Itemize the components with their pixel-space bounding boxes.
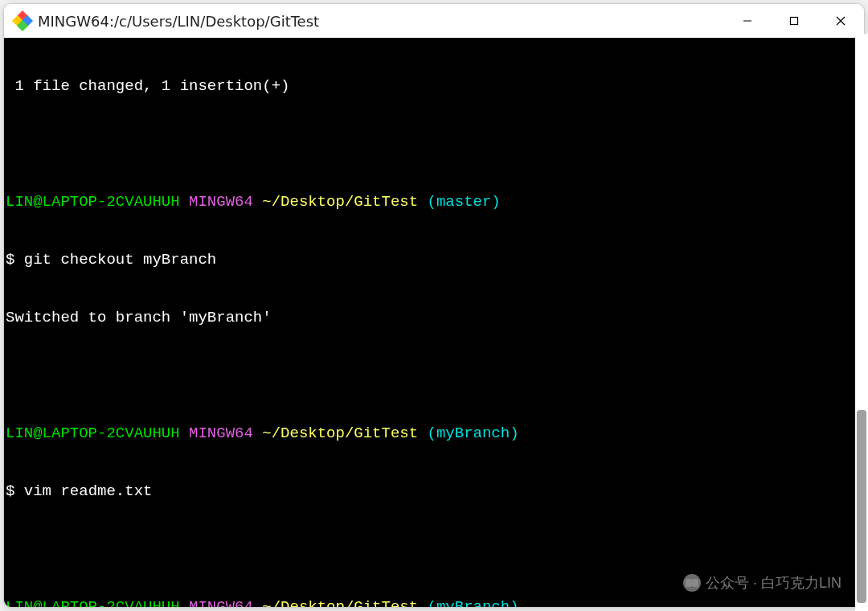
- prompt-user: LIN@LAPTOP-2CVAUHUH: [6, 598, 180, 607]
- prompt-path: ~/Desktop/GitTest: [262, 424, 418, 442]
- output-text: Switched to branch 'myBranch': [6, 309, 272, 326]
- watermark-text: 公众号 · 白巧克力LIN: [706, 573, 841, 593]
- prompt-shell: MINGW64: [189, 424, 253, 442]
- watermark: 公众号 · 白巧克力LIN: [683, 573, 841, 593]
- scrollbar-thumb[interactable]: [857, 410, 865, 603]
- window-title: MINGW64:/c/Users/LIN/Desktop/GitTest: [38, 13, 724, 30]
- scrollbar-track[interactable]: [855, 34, 865, 608]
- command-text: vim readme.txt: [24, 482, 153, 500]
- prompt-branch: (myBranch): [428, 424, 519, 442]
- terminal-window: MINGW64:/c/Users/LIN/Desktop/GitTest 1 f…: [3, 3, 865, 608]
- prompt-branch: (master): [428, 193, 501, 211]
- prompt-dollar: $: [6, 482, 14, 500]
- prompt-shell: MINGW64: [189, 598, 253, 607]
- prompt-dollar: $: [6, 251, 14, 269]
- prompt-path: ~/Desktop/GitTest: [262, 598, 418, 607]
- command-text: git checkout myBranch: [24, 251, 216, 269]
- prompt-shell: MINGW64: [189, 193, 253, 211]
- output-text: 1 file changed, 1 insertion(+): [6, 77, 289, 95]
- wechat-icon: [683, 574, 701, 592]
- minimize-button[interactable]: [724, 4, 771, 38]
- prompt-branch: (myBranch): [428, 598, 519, 607]
- prompt-user: LIN@LAPTOP-2CVAUHUH: [6, 193, 180, 211]
- svg-rect-1: [791, 18, 798, 25]
- prompt-user: LIN@LAPTOP-2CVAUHUH: [6, 424, 180, 442]
- terminal-content[interactable]: 1 file changed, 1 insertion(+) LIN@LAPTO…: [4, 38, 864, 607]
- mingw-icon: [14, 12, 31, 30]
- window-controls: [724, 4, 864, 38]
- close-button[interactable]: [817, 4, 864, 38]
- prompt-path: ~/Desktop/GitTest: [262, 193, 418, 211]
- maximize-button[interactable]: [771, 4, 817, 38]
- titlebar[interactable]: MINGW64:/c/Users/LIN/Desktop/GitTest: [4, 4, 864, 38]
